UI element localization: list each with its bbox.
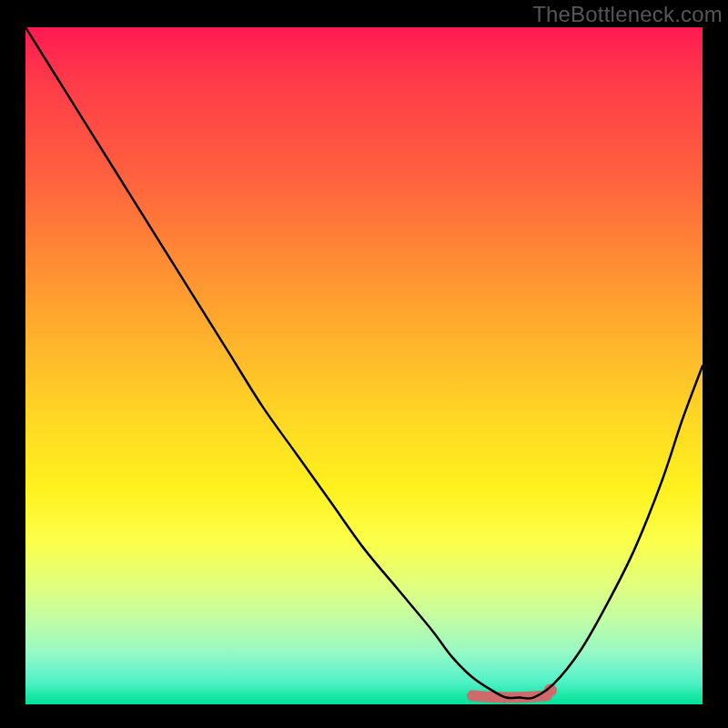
bottleneck-curve: [25, 27, 703, 699]
curve-svg: [25, 27, 703, 704]
watermark-text: TheBottleneck.com: [532, 2, 723, 27]
chart-frame: TheBottleneck.com: [0, 0, 728, 728]
plot-area: [25, 27, 703, 704]
